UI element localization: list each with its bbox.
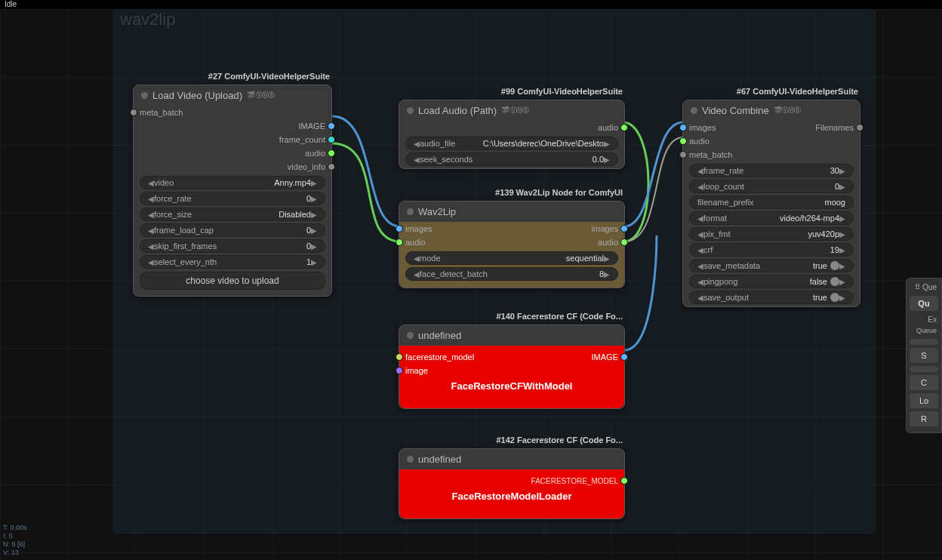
chevron-left-icon[interactable]: ◀	[148, 242, 154, 251]
side-button[interactable]: Lo	[910, 393, 938, 408]
param-seek_seconds[interactable]: ◀seek_seconds0.0▶	[405, 152, 618, 166]
chevron-right-icon[interactable]: ▶	[839, 262, 845, 270]
chevron-left-icon[interactable]: ◀	[148, 211, 154, 219]
param-video[interactable]: ◀videoAnny.mp4▶	[140, 176, 325, 189]
param-face_detect_batch[interactable]: ◀face_detect_batch8▶	[405, 267, 618, 281]
port-in[interactable]	[130, 109, 137, 116]
port-out[interactable]	[620, 238, 628, 246]
port-out[interactable]	[620, 477, 628, 485]
output-audio[interactable]: audio	[134, 146, 331, 160]
side-button[interactable]: S	[910, 348, 938, 363]
chevron-right-icon[interactable]: ▶	[839, 294, 845, 302]
param-pingpong[interactable]: ◀pingpongfalse▶	[689, 275, 854, 288]
port-out[interactable]	[856, 124, 864, 131]
collapse-icon[interactable]	[407, 107, 414, 114]
param-mode[interactable]: ◀modesequential▶	[405, 251, 618, 265]
port-in[interactable]	[679, 137, 687, 145]
param-format[interactable]: ◀formatvideo/h264-mp4▶	[689, 211, 854, 225]
input-meta-batch[interactable]: meta_batch	[683, 148, 860, 162]
chevron-left-icon[interactable]: ◀	[414, 155, 420, 164]
chevron-right-icon[interactable]: ▶	[839, 167, 845, 175]
chevron-right-icon[interactable]: ▶	[604, 155, 610, 164]
io-row[interactable]: facerestore_model IMAGE	[399, 350, 624, 364]
node-title[interactable]: Load Video (Upload) 🎬 ⓋⒽⓈ	[134, 85, 331, 106]
chevron-left-icon[interactable]: ◀	[414, 140, 420, 148]
chevron-left-icon[interactable]: ◀	[148, 195, 154, 203]
param-frame_load_cap[interactable]: ◀frame_load_cap0▶	[140, 223, 325, 237]
port-out[interactable]	[328, 149, 335, 157]
port-in[interactable]	[396, 367, 403, 374]
collapse-icon[interactable]	[407, 332, 414, 339]
port-in[interactable]	[396, 238, 403, 246]
node-title[interactable]: Video Combine 🎬 ⓋⒽⓈ	[683, 100, 860, 121]
output-image[interactable]: IMAGE	[134, 119, 331, 133]
collapse-icon[interactable]	[141, 92, 148, 99]
chevron-right-icon[interactable]: ▶	[311, 258, 317, 266]
input-meta-batch[interactable]: meta_batch	[134, 106, 331, 119]
port-out[interactable]	[328, 163, 335, 171]
node-title[interactable]: undefined	[399, 325, 624, 346]
node-load-video[interactable]: #27 ComfyUI-VideoHelperSuite Load Video …	[133, 85, 332, 297]
chevron-right-icon[interactable]: ▶	[311, 211, 317, 219]
port-out[interactable]	[620, 225, 628, 232]
chevron-right-icon[interactable]: ▶	[311, 179, 317, 187]
node-facerestore[interactable]: #140 Facerestore CF (Code Fo... undefine…	[399, 325, 625, 409]
node-load-audio[interactable]: #99 ComfyUI-VideoHelperSuite Load Audio …	[399, 100, 625, 169]
io-row1[interactable]: images Filenames	[683, 121, 860, 134]
input-audio[interactable]: audio	[683, 134, 860, 148]
port-in[interactable]	[679, 151, 687, 158]
queue-panel[interactable]: ⠿ Que Qu Ex Queue SCLoR	[906, 278, 942, 433]
param-skip_first_frames[interactable]: ◀skip_first_frames0▶	[140, 239, 325, 253]
param-select_every_nth[interactable]: ◀select_every_nth1▶	[140, 255, 325, 269]
param-audio_file[interactable]: ◀audio_fileC:\Users\derec\OneDrive\Deskt…	[405, 137, 618, 150]
param-force_rate[interactable]: ◀force_rate0▶	[140, 192, 325, 205]
chevron-left-icon[interactable]: ◀	[148, 179, 154, 187]
chevron-right-icon[interactable]: ▶	[311, 195, 317, 203]
chevron-right-icon[interactable]: ▶	[839, 230, 845, 238]
side-button[interactable]: R	[910, 411, 938, 426]
toggle-icon[interactable]	[830, 261, 839, 270]
port-out[interactable]	[328, 136, 335, 143]
param-save_output[interactable]: ◀save_outputtrue▶	[689, 291, 854, 304]
node-video-combine[interactable]: #67 ComfyUI-VideoHelperSuite Video Combi…	[682, 100, 860, 307]
port-out[interactable]	[620, 124, 628, 131]
node-canvas[interactable]: wav2lip #27 ComfyUI-VideoHelperSuite Loa…	[0, 9, 942, 560]
output-model[interactable]: FACERESTORE_MODEL	[399, 474, 624, 488]
output-audio[interactable]: audio	[399, 121, 624, 134]
param-force_size[interactable]: ◀force_sizeDisabled▶	[140, 208, 325, 221]
collapse-icon[interactable]	[407, 208, 414, 215]
chevron-left-icon[interactable]: ◀	[697, 294, 703, 302]
extra-label[interactable]: Ex	[907, 314, 941, 325]
chevron-right-icon[interactable]: ▶	[604, 140, 610, 148]
chevron-right-icon[interactable]: ▶	[604, 254, 610, 263]
port-out[interactable]	[328, 122, 335, 130]
port-in[interactable]	[679, 124, 687, 131]
param-loop_count[interactable]: ◀loop_count0▶	[689, 180, 854, 193]
chevron-left-icon[interactable]: ◀	[697, 167, 703, 175]
port-in[interactable]	[396, 353, 403, 361]
chevron-left-icon[interactable]: ◀	[697, 246, 703, 254]
port-out[interactable]	[620, 353, 628, 361]
side-button[interactable]	[910, 366, 938, 372]
panel-header[interactable]: ⠿ Que	[907, 282, 941, 293]
chevron-left-icon[interactable]: ◀	[697, 214, 703, 223]
param-crf[interactable]: ◀crf19▶	[689, 243, 854, 257]
output-video-info[interactable]: video_info	[134, 160, 331, 174]
param-frame_rate[interactable]: ◀frame_rate30▶	[689, 164, 854, 177]
collapse-icon[interactable]	[691, 107, 697, 114]
chevron-right-icon[interactable]: ▶	[839, 246, 845, 254]
toggle-icon[interactable]	[830, 277, 839, 286]
chevron-right-icon[interactable]: ▶	[839, 278, 845, 286]
queue-prompt-button[interactable]: Qu	[910, 296, 938, 311]
param-pix_fmt[interactable]: ◀pix_fmtyuv420p▶	[689, 227, 854, 241]
output-frame-count[interactable]: frame_count	[134, 133, 331, 146]
param-filename_prefix[interactable]: filename_prefixmoog	[689, 195, 854, 209]
node-title[interactable]: undefined	[399, 449, 624, 469]
chevron-left-icon[interactable]: ◀	[148, 226, 154, 235]
side-button[interactable]: C	[910, 375, 938, 390]
chevron-left-icon[interactable]: ◀	[697, 183, 703, 191]
chevron-left-icon[interactable]: ◀	[697, 230, 703, 238]
collapse-icon[interactable]	[407, 456, 414, 463]
choose-video-button[interactable]: choose video to upload	[140, 272, 325, 290]
chevron-left-icon[interactable]: ◀	[414, 254, 420, 263]
